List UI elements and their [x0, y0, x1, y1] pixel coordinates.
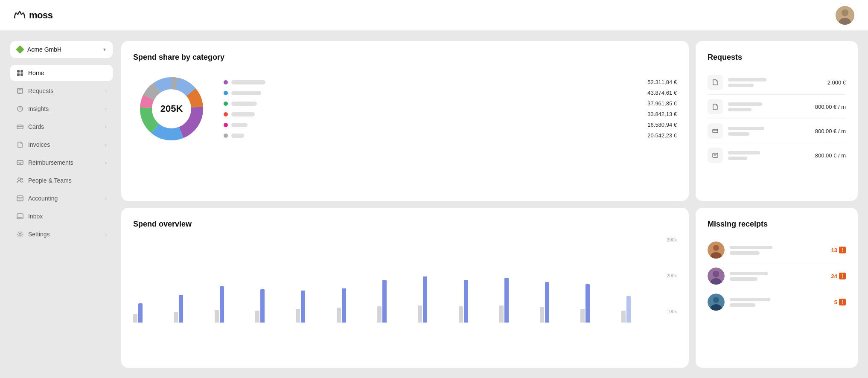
receipt-item-2[interactable]: 5 ! [708, 289, 846, 315]
invoices-icon [16, 141, 24, 148]
request-line-3 [728, 102, 762, 106]
sidebar-item-people-label: People & Teams [28, 177, 72, 184]
bar-gray-2 [215, 310, 219, 323]
sidebar-item-inbox-label: Inbox [28, 213, 43, 220]
sidebar-item-insights[interactable]: Insights › [10, 101, 113, 117]
requests-card: Requests 2.0 [696, 41, 858, 201]
bar-blue-7 [423, 276, 427, 323]
receipt-line-0a [730, 246, 772, 249]
receipt-line-1b [730, 277, 757, 281]
company-name: Acme GmbH [27, 46, 61, 53]
sidebar-item-cards[interactable]: Cards › [10, 119, 113, 135]
user-avatar[interactable] [836, 6, 854, 25]
legend-value-3: 33.842,13 € [647, 111, 677, 117]
requests-title: Requests [708, 53, 846, 62]
receipt-badge-2: 5 ! [834, 299, 846, 305]
bar-gray-5 [337, 308, 341, 323]
bar-blue-2 [220, 286, 224, 323]
legend-bar-5 [231, 134, 244, 138]
sidebar-item-accounting-label: Accounting [28, 195, 58, 202]
top-content-row: Spend share by category [121, 41, 858, 201]
donut-chart: 205K [133, 70, 210, 147]
bar-group-6 [377, 280, 416, 323]
bar-blue-0 [138, 303, 143, 323]
request-line-8 [728, 157, 747, 160]
insights-icon [16, 105, 24, 113]
sidebar-item-reimbursements-label: Reimbursements [28, 159, 73, 166]
receipt-count-0: 13 [831, 247, 837, 253]
legend-bar-1 [231, 91, 261, 95]
bar-blue-4 [301, 291, 305, 323]
legend-value-0: 52.311,84 € [647, 79, 677, 85]
settings-icon [16, 230, 24, 238]
legend-item-5: 20.542,23 € [224, 132, 677, 139]
reimbursements-icon [16, 159, 24, 166]
bar-gray-1 [174, 312, 178, 323]
bar-gray-12 [621, 311, 626, 323]
request-item-3[interactable]: 800,00 € / m [708, 143, 846, 167]
bottom-content-row: Spend overview 300k 200k 100k [121, 208, 858, 368]
warning-icon-1: ! [839, 273, 846, 279]
bar-blue-11 [585, 284, 590, 323]
sidebar-item-accounting[interactable]: Accounting › [10, 190, 113, 206]
bar-group-10 [540, 282, 578, 323]
request-item-0[interactable]: 2.000 € [708, 70, 846, 95]
y-label-200: 200k [667, 273, 677, 278]
moss-logo-icon [14, 9, 26, 21]
bar-group-8 [459, 280, 497, 323]
missing-receipts-title: Missing receipts [708, 220, 846, 229]
request-line-2 [728, 84, 754, 87]
request-item-1[interactable]: 800,00 € / m [708, 95, 846, 119]
y-label-300: 300k [667, 237, 677, 242]
sidebar-item-settings[interactable]: Settings › [10, 226, 113, 242]
spend-legend: 52.311,84 € 43.874,61 € [224, 79, 677, 139]
legend-value-2: 37.961,85 € [647, 100, 677, 107]
bar-group-0 [133, 303, 172, 323]
request-item-2[interactable]: 800,00 € / m [708, 119, 846, 143]
svg-point-13 [21, 178, 23, 180]
receipt-line-0b [730, 251, 760, 255]
sidebar-item-settings-label: Settings [28, 231, 50, 238]
legend-dot-3 [224, 112, 228, 116]
sidebar-item-requests-label: Requests [28, 87, 53, 94]
request-line-1 [728, 78, 766, 81]
sidebar-item-requests[interactable]: Requests › [10, 83, 113, 99]
sidebar-item-home[interactable]: Home [10, 65, 113, 81]
invoices-chevron-icon: › [105, 142, 107, 147]
bar-group-12 [621, 296, 660, 323]
receipt-line-1a [730, 272, 768, 275]
bar-gray-8 [459, 306, 463, 323]
requests-chevron-icon: › [105, 88, 107, 93]
receipt-avatar-1 [708, 268, 725, 285]
svg-rect-3 [17, 70, 20, 73]
bar-group-5 [337, 288, 375, 323]
receipt-line-2a [730, 298, 770, 301]
bar-blue-3 [260, 289, 265, 323]
svg-rect-26 [713, 153, 718, 157]
sidebar-item-inbox[interactable]: Inbox [10, 208, 113, 224]
company-chevron-icon: ▾ [103, 47, 106, 52]
svg-rect-9 [17, 125, 23, 129]
company-selector[interactable]: Acme GmbH ▾ [10, 41, 113, 58]
svg-rect-14 [17, 196, 23, 201]
sidebar-item-invoices[interactable]: Invoices › [10, 137, 113, 153]
donut-total: 205K [160, 103, 183, 114]
cards-icon [16, 123, 24, 131]
request-amount-1: 800,00 € / m [815, 104, 846, 110]
sidebar-item-reimbursements[interactable]: Reimbursements › [10, 154, 113, 171]
app-name: moss [29, 10, 52, 21]
main-content: Spend share by category [121, 41, 858, 368]
svg-point-11 [20, 163, 21, 164]
bar-blue-1 [179, 295, 183, 323]
receipt-item-0[interactable]: 13 ! [708, 237, 846, 263]
reimbursements-chevron-icon: › [105, 160, 107, 165]
request-icon-2 [708, 123, 723, 139]
sidebar-item-invoices-label: Invoices [28, 141, 50, 148]
receipt-item-1[interactable]: 24 ! [708, 263, 846, 289]
spend-share-title: Spend share by category [133, 53, 677, 62]
bar-blue-9 [504, 278, 509, 323]
sidebar-item-people-teams[interactable]: People & Teams [10, 172, 113, 189]
request-line-6 [728, 132, 749, 136]
legend-value-4: 16.580,94 € [647, 122, 677, 128]
bar-chart-container: 300k 200k 100k [133, 237, 677, 323]
